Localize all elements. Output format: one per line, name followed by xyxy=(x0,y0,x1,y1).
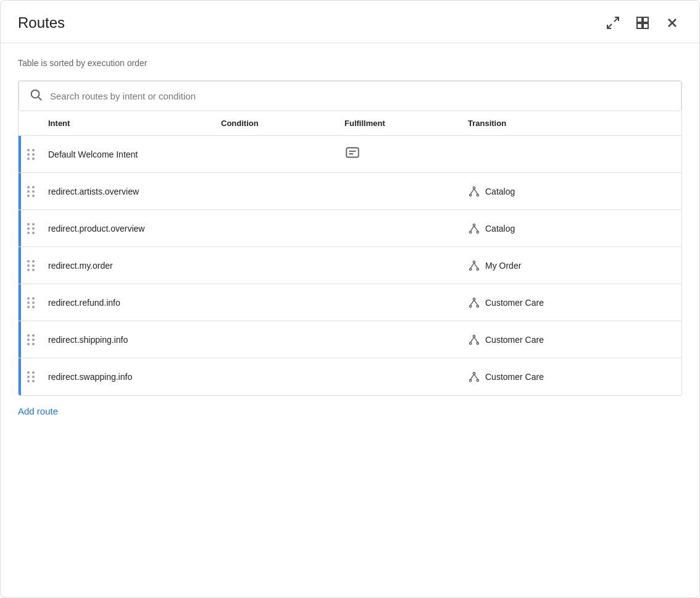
svg-point-8 xyxy=(31,90,40,98)
transition-label: Customer Care xyxy=(485,298,544,308)
transition-label: Catalog xyxy=(485,187,515,196)
svg-line-9 xyxy=(38,97,41,100)
cell-condition xyxy=(216,187,340,196)
drag-handle[interactable] xyxy=(19,366,43,387)
svg-line-42 xyxy=(474,374,478,379)
col-header-condition: Condition xyxy=(216,119,340,128)
row-accent xyxy=(19,247,21,284)
drag-dots-icon xyxy=(27,371,35,382)
search-input[interactable] xyxy=(50,91,671,101)
table-row[interactable]: redirect.product.overview Catalog xyxy=(19,210,681,247)
transition-node-icon xyxy=(468,334,480,346)
drag-handle[interactable] xyxy=(19,181,43,202)
drag-handle[interactable] xyxy=(19,218,43,239)
transition-node-icon xyxy=(468,259,480,272)
svg-line-27 xyxy=(474,263,478,267)
svg-line-0 xyxy=(614,17,619,22)
svg-line-22 xyxy=(474,225,478,230)
svg-point-35 xyxy=(477,342,478,344)
drag-dots-icon xyxy=(27,297,35,308)
expand-icon-button[interactable] xyxy=(603,13,623,33)
svg-point-23 xyxy=(473,261,475,263)
svg-line-26 xyxy=(470,263,474,267)
svg-line-32 xyxy=(474,300,478,305)
cell-intent: Default Welcome Intent xyxy=(43,145,216,164)
cell-transition: Customer Care xyxy=(463,366,681,388)
col-header-transition: Transition xyxy=(463,119,681,128)
cell-fulfillment xyxy=(340,298,463,308)
col-header-fulfillment: Fulfillment xyxy=(340,119,463,128)
cell-condition xyxy=(216,335,340,345)
svg-point-15 xyxy=(477,194,478,196)
sort-label: Table is sorted by execution order xyxy=(18,58,682,68)
drag-handle[interactable] xyxy=(19,292,43,313)
transition-node-icon xyxy=(468,371,480,383)
close-icon-button[interactable] xyxy=(662,13,682,33)
svg-point-18 xyxy=(473,224,475,225)
layout-icon-button[interactable] xyxy=(633,13,652,33)
cell-condition xyxy=(216,150,340,159)
cell-transition: Customer Care xyxy=(463,329,681,351)
drag-dots-icon xyxy=(27,260,35,271)
cell-transition xyxy=(463,150,681,159)
svg-point-39 xyxy=(470,379,472,381)
svg-point-40 xyxy=(477,379,478,381)
svg-point-28 xyxy=(473,298,475,300)
svg-line-41 xyxy=(470,374,474,379)
dialog-body: Table is sorted by execution order Inten… xyxy=(1,43,699,597)
cell-transition: Catalog xyxy=(463,180,681,203)
drag-handle[interactable] xyxy=(19,144,43,165)
cell-intent: redirect.my.order xyxy=(43,256,216,276)
table-row[interactable]: redirect.shipping.info Customer Care xyxy=(19,321,681,358)
cell-intent: redirect.refund.info xyxy=(43,293,216,313)
svg-line-16 xyxy=(470,188,474,193)
svg-point-38 xyxy=(473,373,475,374)
cell-condition xyxy=(216,261,340,271)
cell-transition: Catalog xyxy=(463,217,681,240)
routes-dialog: Routes xyxy=(0,0,700,598)
svg-point-20 xyxy=(477,231,478,233)
message-icon xyxy=(344,145,360,163)
cell-fulfillment xyxy=(340,261,463,271)
row-accent xyxy=(19,321,21,358)
cell-transition: My Order xyxy=(463,255,681,277)
transition-label: Customer Care xyxy=(485,372,544,382)
drag-handle[interactable] xyxy=(19,329,43,350)
cell-fulfillment xyxy=(340,140,463,168)
svg-point-13 xyxy=(473,187,475,188)
svg-point-14 xyxy=(470,194,472,196)
cell-fulfillment xyxy=(340,335,463,345)
row-accent xyxy=(19,173,21,209)
table-row[interactable]: redirect.artists.overview Catalog xyxy=(19,173,681,210)
drag-dots-icon xyxy=(27,186,35,197)
table-row[interactable]: redirect.swapping.info Customer Care xyxy=(19,358,681,395)
svg-line-31 xyxy=(470,300,474,305)
transition-node-icon xyxy=(468,222,480,235)
svg-line-36 xyxy=(470,337,474,342)
dialog-header: Routes xyxy=(1,1,699,43)
col-header-drag xyxy=(19,119,43,128)
table-row[interactable]: redirect.my.order My Order xyxy=(19,247,681,284)
cell-transition: Customer Care xyxy=(463,292,681,314)
transition-label: Catalog xyxy=(485,224,515,234)
svg-line-37 xyxy=(474,337,478,342)
table-row[interactable]: redirect.refund.info Customer Care xyxy=(19,284,681,321)
cell-intent: redirect.artists.overview xyxy=(43,182,216,201)
routes-table: Intent Condition Fulfillment Transition xyxy=(19,111,681,395)
row-accent xyxy=(19,358,21,395)
transition-node-icon xyxy=(468,185,480,198)
header-icons xyxy=(603,13,682,33)
svg-point-25 xyxy=(477,268,478,270)
table-row[interactable]: Default Welcome Intent xyxy=(19,136,681,173)
drag-dots-icon xyxy=(27,149,35,160)
drag-handle[interactable] xyxy=(19,255,43,276)
add-route-button[interactable]: Add route xyxy=(18,396,58,426)
svg-rect-4 xyxy=(637,23,642,28)
cell-intent: redirect.product.overview xyxy=(43,219,216,238)
col-header-intent: Intent xyxy=(43,119,216,128)
cell-condition xyxy=(216,224,340,234)
svg-point-29 xyxy=(470,305,472,307)
search-icon xyxy=(29,88,43,104)
drag-dots-icon xyxy=(27,223,35,234)
svg-point-24 xyxy=(470,268,472,270)
